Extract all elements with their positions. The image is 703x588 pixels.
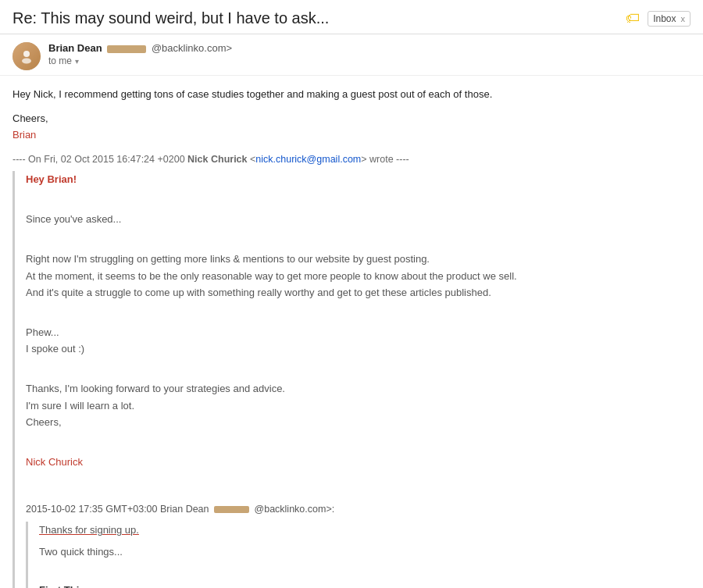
avatar — [12, 42, 41, 70]
sender-email-domain: @backlinko.com> — [152, 42, 232, 54]
original-email-header: 2015-10-02 17:35 GMT+03:00 Brian Dean @b… — [26, 501, 691, 518]
quote-divider: ---- On Fri, 02 Oct 2015 16:47:24 +0200 … — [12, 154, 691, 165]
nick-p1: Since you've asked... — [26, 211, 691, 227]
svg-point-1 — [22, 59, 31, 64]
quote-divider-email: <nick.churick@gmail.com> wrote ---- — [248, 154, 409, 165]
brian-cheers: Cheers, Brian — [12, 111, 691, 144]
dropdown-arrow-icon[interactable]: ▾ — [75, 57, 79, 66]
close-icon[interactable]: x — [681, 14, 686, 23]
thanks-underline-text: Thanks for signing up. — [39, 524, 139, 536]
sender-info: Brian Dean @backlinko.com> to me ▾ — [48, 42, 691, 66]
nick-email-link[interactable]: nick.churick@gmail.com — [255, 154, 361, 165]
nested-first-thing: First Thing: — [39, 582, 691, 588]
sender-name-line: Brian Dean @backlinko.com> — [48, 42, 691, 54]
brian-reply-opening: Hey Nick, I recommend getting tons of ca… — [12, 87, 691, 103]
avatar-inner — [12, 42, 41, 70]
email-body: Hey Nick, I recommend getting tons of ca… — [0, 76, 703, 588]
nested-two-things: Two quick things... — [39, 543, 691, 560]
avatar-silhouette-icon — [19, 48, 34, 64]
svg-point-0 — [23, 51, 30, 57]
original-email-masked — [214, 506, 249, 513]
nick-p4: Thanks, I'm looking forward to your stra… — [26, 380, 691, 430]
to-label: to me — [48, 55, 72, 66]
nick-name-closing: Nick Churick — [26, 454, 691, 470]
inbox-badge[interactable]: Inbox x — [648, 11, 691, 27]
inbox-badge-label: Inbox — [653, 13, 676, 24]
nick-name-red: Nick Churick — [26, 456, 83, 468]
quote-divider-prefix: ---- On Fri, 02 Oct 2015 16:47:24 +0200 — [12, 154, 187, 165]
nick-p2: Right now I'm struggling on getting more… — [26, 251, 691, 301]
sender-email-masked — [107, 45, 146, 53]
nick-greeting-text: Hey Brian! — [26, 173, 77, 185]
nested-quote-block: Thanks for signing up. Two quick things.… — [26, 522, 691, 588]
to-line: to me ▾ — [48, 55, 691, 66]
nick-p3: Phew... I spoke out :) — [26, 324, 691, 358]
brian-name: Brian — [12, 129, 36, 141]
label-icon: 🏷 — [626, 10, 640, 27]
sender-row: Brian Dean @backlinko.com> to me ▾ — [0, 34, 703, 76]
nick-greeting-para: Hey Brian! — [26, 171, 691, 187]
nested-thanks: Thanks for signing up. — [39, 522, 691, 538]
nick-reply-block: Hey Brian! Since you've asked... Right n… — [12, 171, 691, 588]
email-header: Re: This may sound weird, but I have to … — [0, 0, 703, 34]
nick-name-bold: Nick Churick — [187, 154, 247, 165]
email-subject: Re: This may sound weird, but I have to … — [12, 9, 618, 27]
sender-name: Brian Dean — [48, 42, 102, 54]
